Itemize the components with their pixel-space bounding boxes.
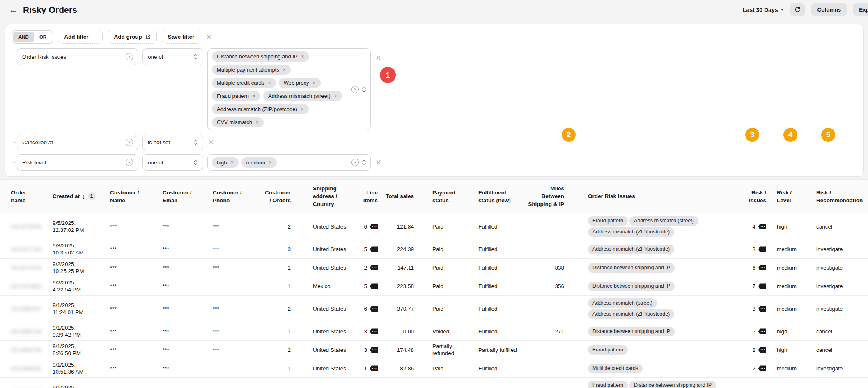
filter-values-multiselect[interactable]: Distance between shipping and IP×Multipl… — [207, 48, 371, 130]
clear-values-icon[interactable]: × — [351, 86, 359, 93]
remove-tag-icon[interactable]: × — [253, 93, 255, 99]
filter-value-tag[interactable]: Distance between shipping and IP× — [212, 51, 309, 62]
col-header-customer-orders[interactable]: Customer / Orders — [261, 180, 296, 213]
table-row[interactable]: HC19708839/2/2025,4:22:54 PM******1Mexic… — [0, 277, 868, 296]
risk-issues-expand-icon[interactable]: ··· — [758, 365, 766, 371]
col-header-line-items[interactable]: Line items — [351, 180, 383, 213]
filter-value-tag[interactable]: medium× — [241, 157, 277, 168]
remove-tag-icon[interactable]: × — [301, 54, 304, 60]
columns-button[interactable]: Columns — [811, 3, 847, 16]
table-row[interactable]: HC19662629/1/2025,10:51:36 AM******1Unit… — [0, 359, 868, 378]
remove-filter-row-icon[interactable]: × — [375, 53, 382, 62]
add-group-button[interactable]: Add group — [108, 30, 156, 44]
col-header-customer-email[interactable]: Customer / Email — [155, 180, 205, 213]
risk-level-cell: medium — [771, 240, 811, 259]
add-filter-button[interactable]: Add filter — [58, 30, 103, 44]
filter-field-select[interactable]: Risk level × — [17, 154, 138, 171]
customer-orders-cell: 1 — [261, 359, 296, 378]
risk-issues-expand-icon[interactable]: ··· — [758, 347, 766, 353]
remove-tag-icon[interactable]: × — [313, 80, 316, 86]
filter-value-tag[interactable]: CVV mismatch× — [212, 117, 264, 127]
line-items-expand-icon[interactable]: ··· — [370, 365, 378, 371]
miles-cell: 214 — [525, 378, 569, 388]
remove-tag-icon[interactable]: × — [269, 159, 272, 165]
line-items-expand-icon[interactable]: ··· — [370, 306, 378, 312]
col-header-customer-name[interactable]: Customer / Name — [103, 180, 155, 213]
col-header-order-risk-issues[interactable]: Order Risk Issues — [569, 180, 742, 213]
col-header-shipping-country[interactable]: Shipping address / Country — [296, 180, 351, 213]
remove-tag-icon[interactable]: × — [283, 67, 286, 73]
clear-filters-icon[interactable]: × — [205, 32, 212, 42]
logic-and-option[interactable]: AND — [13, 32, 34, 42]
filter-value-tag[interactable]: high× — [212, 157, 239, 168]
clear-field-icon[interactable]: × — [126, 159, 133, 166]
chevron-updown-icon[interactable] — [193, 139, 198, 146]
remove-tag-icon[interactable]: × — [231, 159, 234, 165]
risk-level-cell: high — [771, 378, 811, 388]
col-header-payment-status[interactable]: Payment status — [419, 180, 466, 213]
logic-or-option[interactable]: OR — [34, 32, 52, 42]
table-row[interactable]: HC19710049/2/2025,10:25:25 PM*********1U… — [0, 259, 868, 277]
line-items-expand-icon[interactable]: ··· — [370, 224, 378, 229]
remove-filter-row-icon[interactable]: × — [207, 138, 214, 147]
remove-filter-row-icon[interactable]: × — [375, 158, 382, 167]
remove-tag-icon[interactable]: × — [301, 106, 304, 112]
line-items-expand-icon[interactable]: ··· — [370, 265, 378, 270]
risk-issues-expand-icon[interactable]: ··· — [758, 265, 766, 270]
chevron-updown-icon[interactable] — [362, 86, 366, 93]
col-header-fulfillment-status[interactable]: Fulfillment status (new) — [466, 180, 525, 213]
sort-desc-icon[interactable]: ↓ — [82, 192, 85, 200]
filter-value-tag[interactable]: Multiple credit cards× — [212, 78, 276, 88]
table-row[interactable]: HC19687679/1/2025,11:24:01 PM*********2U… — [0, 296, 868, 322]
table-row[interactable]: HC19717659/3/2025,10:35:02 AM*********3U… — [0, 240, 868, 259]
col-header-customer-phone[interactable]: Customer / Phone — [205, 180, 261, 213]
line-items-expand-icon[interactable]: ··· — [370, 347, 378, 353]
risk-issues-expand-icon[interactable]: ··· — [758, 246, 766, 252]
filter-value-tag[interactable]: Web proxy× — [279, 78, 321, 88]
col-header-risk-level[interactable]: Risk / Level — [771, 180, 811, 213]
payment-status-cell: Voided — [419, 322, 466, 341]
line-items-expand-icon[interactable]: ··· — [370, 283, 378, 289]
clear-field-icon[interactable]: × — [126, 53, 133, 60]
col-header-total-sales[interactable]: Total sales — [383, 180, 419, 213]
table-row[interactable]: HC19687389/1/2025,9:39:42 PM*********1Un… — [0, 322, 868, 341]
line-items-expand-icon[interactable]: ··· — [370, 328, 378, 334]
filter-operator-select[interactable]: one of — [142, 154, 203, 171]
risk-issues-expand-icon[interactable]: ··· — [758, 328, 766, 334]
save-filter-button[interactable]: Save filter — [162, 30, 201, 44]
chevron-updown-icon[interactable] — [193, 53, 198, 60]
chevron-updown-icon[interactable] — [362, 159, 366, 166]
table-row[interactable]: HC19681789/1/2025,4:31:19 AM******1Unite… — [0, 378, 868, 388]
table-row[interactable]: HC19687089/1/2025,8:26:50 PM*********2Un… — [0, 341, 868, 359]
col-header-risk-issues-count[interactable]: Risk / Issues — [742, 180, 771, 213]
export-button[interactable]: Export — [853, 3, 868, 16]
clear-field-icon[interactable]: × — [126, 139, 133, 146]
col-header-order-name[interactable]: Order name — [0, 180, 45, 213]
risk-issues-expand-icon[interactable]: ··· — [758, 306, 766, 312]
col-header-miles[interactable]: Miles Between Shipping & IP — [525, 180, 569, 213]
filter-values-multiselect[interactable]: high×medium× × — [207, 154, 371, 171]
table-row[interactable]: HC19750599/5/2025,12:37:02 PM*********2U… — [0, 213, 868, 240]
chevron-updown-icon[interactable] — [193, 159, 198, 166]
filter-operator-select[interactable]: is not set — [142, 134, 203, 150]
col-header-created-at[interactable]: Created at ↓ 1 — [45, 180, 103, 213]
clear-values-icon[interactable]: × — [351, 159, 359, 166]
back-arrow-icon[interactable]: ← — [9, 5, 17, 15]
remove-tag-icon[interactable]: × — [334, 93, 337, 99]
customer-email-cell: *** — [155, 296, 205, 322]
date-range-dropdown[interactable]: Last 30 Days — [743, 7, 784, 13]
refresh-button[interactable] — [790, 3, 805, 16]
filter-operator-select[interactable]: one of — [142, 48, 203, 65]
filter-value-tag[interactable]: Fraud pattern× — [212, 91, 260, 101]
risk-issues-expand-icon[interactable]: ··· — [758, 283, 766, 289]
remove-tag-icon[interactable]: × — [268, 80, 271, 86]
risk-issues-expand-icon[interactable]: ··· — [758, 224, 766, 229]
filter-value-tag[interactable]: Address mismatch (street)× — [263, 91, 342, 101]
col-header-risk-recommendation[interactable]: Risk / Recommendation — [811, 180, 868, 213]
line-items-expand-icon[interactable]: ··· — [370, 246, 378, 252]
filter-value-tag[interactable]: Address mismatch (ZIP/postcode)× — [212, 104, 309, 114]
filter-field-select[interactable]: Cancelled at × — [17, 134, 138, 150]
filter-field-select[interactable]: Order Risk Issues × — [17, 48, 138, 65]
remove-tag-icon[interactable]: × — [256, 120, 259, 125]
filter-value-tag[interactable]: Multiple payment attempts× — [212, 65, 291, 75]
